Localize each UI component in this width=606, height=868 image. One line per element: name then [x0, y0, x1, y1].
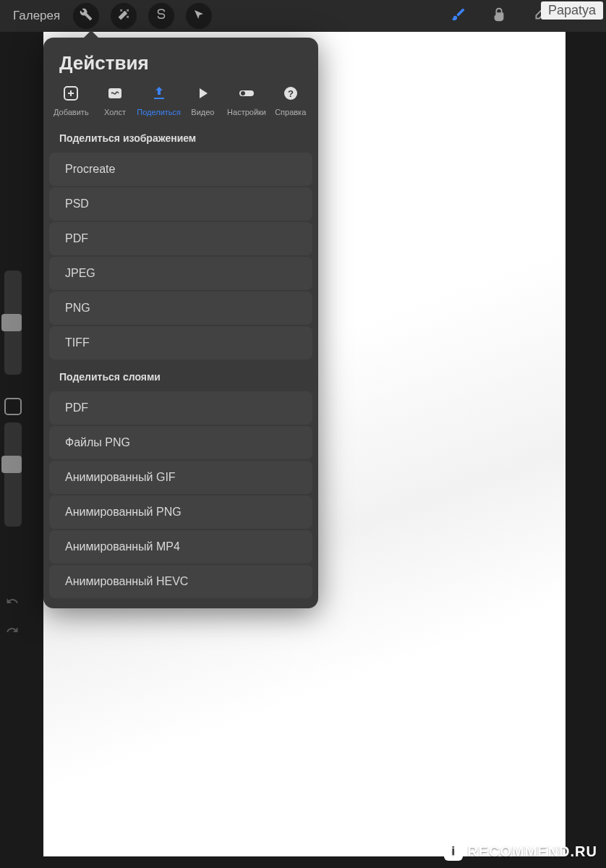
share-option[interactable]: PDF [49, 222, 312, 255]
tab-help[interactable]: ? Справка [268, 85, 312, 116]
adjustments-button[interactable] [111, 3, 137, 29]
svg-point-3 [241, 91, 245, 95]
cursor-arrow-icon [192, 8, 205, 24]
site-watermark: i RECOMMEND.RU [444, 842, 597, 861]
share-option[interactable]: Анимированный MP4 [49, 530, 312, 563]
share-option[interactable]: Анимированный PNG [49, 495, 312, 529]
tab-label: Поделиться [137, 108, 181, 116]
opacity-slider-track[interactable] [4, 422, 22, 527]
brush-icon [451, 7, 466, 25]
share-option[interactable]: JPEG [49, 257, 312, 290]
actions-button[interactable] [73, 3, 99, 29]
share-option[interactable]: TIFF [49, 326, 312, 359]
actions-popover: Действия Добавить Холст Поделиться Видео… [43, 38, 318, 608]
modify-button[interactable] [4, 398, 22, 415]
tab-label: Справка [275, 108, 306, 116]
undo-icon [6, 597, 19, 610]
svg-text:?: ? [288, 88, 294, 99]
tab-video[interactable]: Видео [181, 85, 225, 116]
top-toolbar: Галерея [0, 0, 606, 32]
popover-title: Действия [43, 38, 318, 85]
wrench-icon [80, 8, 93, 24]
site-watermark-text: RECOMMEND.RU [467, 843, 597, 860]
finger-icon [491, 7, 507, 25]
selection-button[interactable] [148, 3, 174, 29]
tab-label: Настройки [227, 108, 266, 116]
popover-tabs: Добавить Холст Поделиться Видео Настройк… [43, 85, 318, 122]
tab-label: Видео [191, 108, 214, 116]
brush-size-slider-thumb[interactable] [1, 314, 22, 331]
share-option[interactable]: PDF [49, 391, 312, 425]
section-header-layers: Поделиться слоями [43, 361, 318, 390]
add-icon [62, 85, 80, 105]
wand-icon [117, 8, 130, 24]
smudge-tool[interactable] [486, 3, 512, 29]
redo-icon [6, 626, 19, 639]
share-option[interactable]: Файлы PNG [49, 426, 312, 459]
transform-button[interactable] [186, 3, 212, 29]
tab-share[interactable]: Поделиться [137, 85, 181, 116]
share-option[interactable]: Анимированный HEVC [49, 565, 312, 598]
share-option[interactable]: PNG [49, 292, 312, 325]
redo-button[interactable] [6, 624, 20, 638]
site-badge-icon: i [444, 842, 463, 861]
share-option[interactable]: Анимированный GIF [49, 461, 312, 494]
section-header-image: Поделиться изображением [43, 122, 318, 151]
tab-canvas[interactable]: Холст [93, 85, 137, 116]
play-icon [194, 85, 211, 105]
tab-label: Добавить [54, 108, 89, 116]
tab-label: Холст [104, 108, 126, 116]
selection-s-icon [155, 8, 168, 24]
canvas-icon [106, 85, 124, 105]
opacity-slider-thumb[interactable] [1, 456, 22, 473]
share-icon [150, 85, 168, 105]
help-icon: ? [282, 85, 299, 105]
tab-settings[interactable]: Настройки [225, 85, 269, 116]
svg-rect-1 [108, 88, 121, 98]
share-option[interactable]: PSD [49, 187, 312, 221]
username-watermark: Papatya [541, 1, 603, 20]
tab-add[interactable]: Добавить [49, 85, 93, 116]
brush-tool[interactable] [445, 3, 471, 29]
undo-button[interactable] [6, 595, 20, 609]
gallery-button[interactable]: Галерея [6, 9, 67, 23]
share-option[interactable]: Procreate [49, 153, 312, 186]
left-sidebar [0, 32, 26, 755]
toggle-icon [238, 85, 255, 105]
